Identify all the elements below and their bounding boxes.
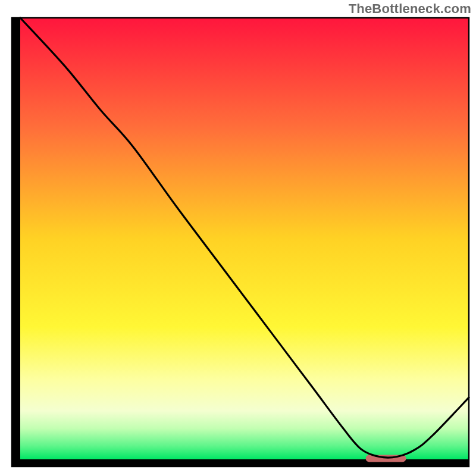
chart-stage: TheBottleneck.com	[0, 0, 476, 476]
gradient-background	[20, 18, 469, 459]
axis-left-band	[12, 18, 20, 466]
bottleneck-chart	[0, 0, 476, 476]
